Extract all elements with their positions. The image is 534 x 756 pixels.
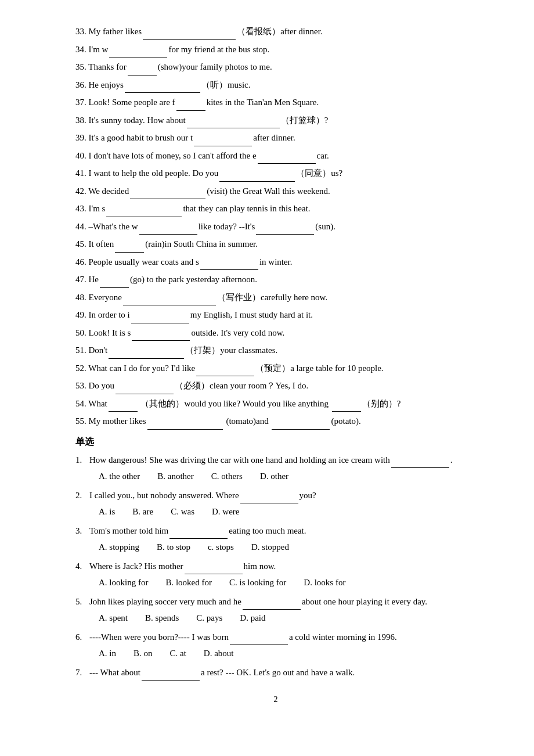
blank	[109, 358, 184, 359]
blank	[176, 110, 205, 111]
blank	[128, 75, 157, 75]
q-num: 48.	[75, 293, 89, 302]
blank	[200, 269, 258, 270]
blank	[196, 376, 254, 376]
mc-text: Where is Jack? His motherhim now.	[89, 558, 476, 575]
mc-option-2: C. at	[170, 645, 186, 662]
page-number: 2	[75, 692, 476, 708]
blank	[194, 146, 252, 146]
mc-question-text: 7. --- What abouta rest? --- OK. Let's g…	[75, 664, 476, 681]
blank	[258, 163, 316, 164]
mc-text: --- What abouta rest? --- OK. Let's go o…	[89, 664, 476, 681]
fill-question-43: 43. I'm sthat they can play tennis in th…	[75, 200, 476, 217]
mc-option-3: D. other	[260, 468, 288, 485]
mc-question-5: 5. John likes playing soccer very much a…	[75, 593, 476, 627]
q-num: 41.	[75, 168, 89, 178]
mc-option-2: C. others	[211, 468, 243, 485]
blank	[115, 252, 144, 253]
mc-blank	[391, 467, 449, 468]
fill-question-35: 35. Thanks for(show)your family photos t…	[75, 59, 476, 75]
mc-question-6: 6. ----When were you born?---- I was bor…	[75, 629, 476, 662]
fill-question-49: 49. In order to imy English, I must stud…	[75, 307, 476, 323]
mc-option-1: B. on	[134, 645, 153, 662]
fill-question-39: 39. It's a good habit to brush our tafte…	[75, 129, 476, 146]
fill-blanks-section: 33. My father likes（看报纸）after dinner.34.…	[75, 23, 476, 430]
q-num: 47.	[75, 275, 89, 284]
mc-question-text: 6. ----When were you born?---- I was bor…	[75, 629, 476, 646]
mc-question-7: 7. --- What abouta rest? --- OK. Let's g…	[75, 664, 476, 681]
q-num: 50.	[75, 328, 89, 337]
blank2	[256, 234, 314, 235]
mc-question-1: 1. How dangerous! She was driving the ca…	[75, 452, 476, 485]
blank	[125, 92, 200, 93]
blank	[130, 199, 205, 199]
mc-option-0: A. looking for	[99, 574, 148, 591]
blank2	[332, 411, 361, 412]
q-num: 53.	[75, 381, 89, 390]
mc-question-text: 5. John likes playing soccer very much a…	[75, 593, 476, 610]
fill-question-34: 34. I'm wfor my friend at the bus stop.	[75, 41, 476, 58]
fill-question-38: 38. It's sunny today. How about（打篮球）?	[75, 112, 476, 129]
mc-question-3: 3. Tom's mother told himeating too much …	[75, 523, 476, 556]
mc-num: 7.	[75, 664, 89, 681]
mc-blank	[142, 680, 200, 681]
fill-question-46: 46. People usually wear coats and sin wi…	[75, 254, 476, 271]
q-num: 52.	[75, 363, 88, 373]
fill-question-33: 33. My father likes（看报纸）after dinner.	[75, 23, 476, 40]
mc-option-3: D. looks for	[304, 574, 345, 591]
blank	[106, 217, 182, 217]
mc-option-2: c. stops	[208, 539, 234, 556]
fill-question-47: 47. He(go) to the park yesterday afterno…	[75, 271, 476, 288]
mc-question-4: 4. Where is Jack? His motherhim now.A. l…	[75, 558, 476, 591]
mc-option-1: B. another	[157, 468, 193, 485]
blank2	[272, 429, 330, 430]
q-num: 40.	[75, 151, 89, 160]
blank	[109, 57, 167, 57]
fill-question-37: 37. Look! Some people are fkites in the …	[75, 94, 476, 111]
mc-section: 1. How dangerous! She was driving the ca…	[75, 452, 476, 681]
q-num: 33.	[75, 27, 89, 36]
mc-question-text: 3. Tom's mother told himeating too much …	[75, 523, 476, 539]
mc-text: ----When were you born?---- I was borna …	[89, 629, 476, 646]
q-num: 54.	[75, 399, 88, 408]
q-num: 35.	[75, 62, 88, 71]
mc-num: 1.	[75, 452, 89, 469]
mc-option-3: D. were	[212, 503, 239, 520]
mc-options: A. the otherB. anotherC. othersD. other	[99, 468, 476, 485]
mc-option-3: D. stopped	[251, 539, 289, 556]
fill-question-44: 44. –What's the wlike today? --It's(sun)…	[75, 218, 476, 235]
mc-question-text: 2. I called you., but nobody answered. W…	[75, 487, 476, 504]
blank	[219, 181, 295, 182]
mc-option-0: A. spent	[99, 610, 128, 627]
fill-question-42: 42. We decided(visit) the Great Wall thi…	[75, 183, 476, 200]
fill-question-40: 40. I don't have lots of money, so I can…	[75, 147, 476, 164]
mc-option-3: D. about	[204, 645, 234, 662]
mc-text: John likes playing soccer very much and …	[89, 593, 476, 610]
mc-option-0: A. is	[99, 503, 115, 520]
mc-text: Tom's mother told himeating too much mea…	[89, 523, 476, 539]
mc-option-3: D. paid	[240, 610, 265, 627]
fill-question-52: 52. What can I do for you? I'd like（预定）a…	[75, 360, 476, 377]
mc-option-1: B. to stop	[157, 539, 190, 556]
mc-option-1: B. looked for	[165, 574, 212, 591]
blank	[187, 128, 280, 128]
mc-question-text: 4. Where is Jack? His motherhim now.	[75, 558, 476, 575]
q-num: 44.	[75, 222, 89, 231]
mc-option-0: A. in	[99, 645, 116, 662]
mc-option-2: C. pays	[196, 610, 222, 627]
mc-num: 2.	[75, 487, 89, 504]
q-num: 39.	[75, 133, 89, 142]
section-title: 单选	[75, 433, 476, 451]
mc-num: 4.	[75, 558, 89, 575]
blank	[147, 429, 223, 430]
fill-question-48: 48. Everyone（写作业）carefully here now.	[75, 289, 476, 306]
mc-num: 3.	[75, 523, 89, 539]
q-num: 55.	[75, 416, 89, 426]
mc-question-2: 2. I called you., but nobody answered. W…	[75, 487, 476, 520]
q-num: 46.	[75, 257, 89, 267]
fill-question-53: 53. Do you（必须）clean your room？Yes, I do.	[75, 377, 476, 394]
mc-option-1: B. spends	[145, 610, 179, 627]
mc-options: A. spentB. spendsC. paysD. paid	[99, 610, 476, 627]
blank	[131, 323, 189, 323]
mc-question-text: 1. How dangerous! She was driving the ca…	[75, 452, 476, 469]
